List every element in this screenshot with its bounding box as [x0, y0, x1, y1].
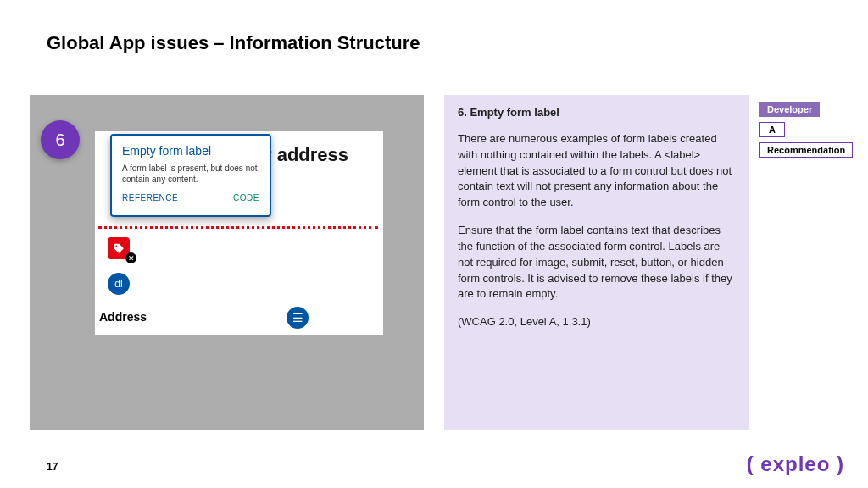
page-title: Global App issues – Information Structur… — [47, 32, 420, 54]
page-number: 17 — [47, 461, 58, 473]
tooltip-links: REFERENCE CODE — [122, 193, 259, 202]
tag-group: Developer A Recommendation — [760, 102, 861, 163]
tag-level-a: A — [760, 122, 785, 137]
tooltip-body: A form label is present, but does not co… — [122, 163, 259, 185]
tooltip-code-link[interactable]: CODE — [233, 193, 259, 202]
tooltip-reference-link[interactable]: REFERENCE — [122, 193, 178, 202]
tag-developer: Developer — [760, 102, 820, 117]
issue-paragraph-1: There are numerous examples of form labe… — [458, 131, 736, 211]
close-icon: ✕ — [125, 252, 136, 263]
issue-heading: 6. Empty form label — [458, 105, 736, 121]
expleo-logo: ( expleo ) — [747, 452, 844, 476]
issue-detail-panel: 6. Empty form label There are numerous e… — [444, 95, 749, 430]
field-label: Address — [99, 310, 147, 324]
issue-marker: 6 — [41, 120, 80, 159]
screenshot-headline: r address — [264, 144, 348, 166]
tag-recommendation: Recommendation — [760, 142, 853, 158]
tooltip-title: Empty form label — [122, 144, 259, 158]
definition-list-icon: dl — [108, 273, 130, 295]
logo-text: expleo — [760, 452, 830, 475]
issue-wcag-ref: (WCAG 2.0, Level A, 1.3.1) — [458, 314, 736, 330]
dotted-separator — [98, 226, 378, 229]
issue-paragraph-2: Ensure that the form label contains text… — [458, 223, 736, 302]
list-icon: ☰ — [287, 307, 309, 329]
accessibility-tooltip: Empty form label A form label is present… — [110, 134, 271, 217]
